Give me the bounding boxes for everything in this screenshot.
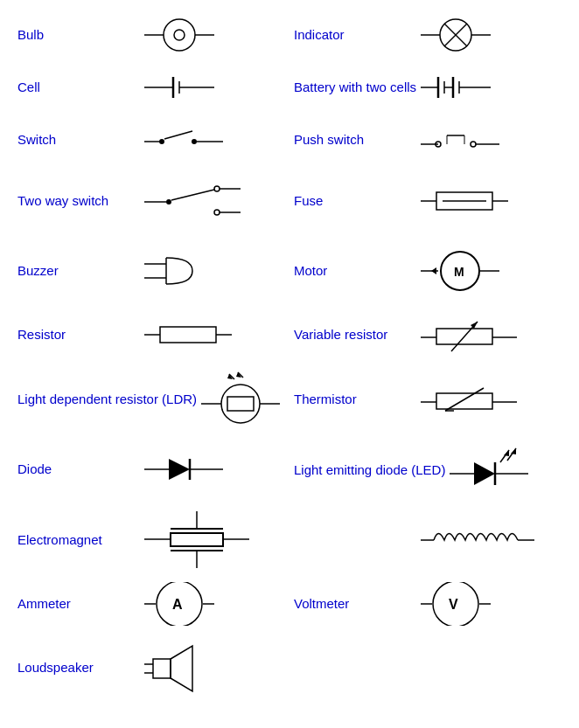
two-way-switch-label: Two way switch bbox=[17, 192, 140, 210]
two-way-switch-symbol bbox=[144, 177, 241, 225]
cell-label: Cell bbox=[17, 79, 140, 96]
switch-symbol bbox=[144, 122, 223, 157]
inductor-item bbox=[290, 504, 566, 575]
svg-marker-73 bbox=[169, 459, 190, 480]
push-switch-symbol bbox=[421, 122, 499, 157]
voltmeter-label: Voltmeter bbox=[294, 595, 416, 613]
svg-point-21 bbox=[159, 139, 164, 144]
svg-point-3 bbox=[174, 30, 185, 40]
resistor-symbol bbox=[144, 317, 232, 352]
led-item: Light emitting diode (LED) bbox=[290, 434, 566, 504]
push-switch-label: Push switch bbox=[294, 131, 416, 149]
ldr-item: Light dependent resistor (LDR) bbox=[13, 364, 290, 434]
svg-rect-60 bbox=[227, 397, 254, 411]
loudspeaker-label: Loudspeaker bbox=[17, 659, 140, 676]
svg-rect-52 bbox=[160, 327, 216, 343]
ldr-label: Light dependent resistor (LDR) bbox=[17, 391, 197, 408]
push-switch-item: Push switch bbox=[290, 114, 566, 166]
symbols-grid: Bulb Indicator bbox=[13, 9, 566, 703]
buzzer-label: Buzzer bbox=[17, 262, 140, 280]
indicator-symbol bbox=[421, 17, 491, 52]
variable-resistor-symbol bbox=[421, 313, 517, 357]
cell-symbol bbox=[144, 70, 214, 105]
svg-marker-102 bbox=[171, 646, 192, 691]
empty-item bbox=[290, 633, 566, 703]
ldr-symbol bbox=[201, 371, 280, 427]
svg-line-34 bbox=[171, 190, 214, 200]
led-symbol bbox=[450, 443, 528, 496]
ammeter-symbol: A bbox=[144, 582, 214, 626]
inductor-symbol bbox=[421, 523, 534, 558]
variable-resistor-item: Variable resistor bbox=[290, 306, 566, 364]
two-way-switch-item: Two way switch bbox=[13, 166, 290, 236]
variable-resistor-label: Variable resistor bbox=[294, 326, 416, 343]
battery-label: Battery with two cells bbox=[294, 79, 416, 96]
voltmeter-item: Voltmeter V bbox=[290, 575, 566, 633]
svg-point-37 bbox=[214, 210, 220, 215]
svg-point-23 bbox=[192, 139, 197, 144]
loudspeaker-item: Loudspeaker bbox=[13, 633, 290, 703]
motor-symbol: M bbox=[421, 249, 499, 293]
buzzer-symbol bbox=[144, 249, 206, 293]
svg-marker-81 bbox=[504, 450, 509, 456]
diode-symbol bbox=[144, 452, 223, 487]
bulb-item: Bulb bbox=[13, 9, 290, 61]
electromagnet-item: Electromagnet bbox=[13, 504, 290, 575]
indicator-item: Indicator bbox=[290, 9, 566, 61]
motor-label: Motor bbox=[294, 262, 416, 280]
thermistor-label: Thermistor bbox=[294, 391, 416, 408]
buzzer-item: Buzzer bbox=[13, 236, 290, 306]
fuse-item: Fuse bbox=[290, 166, 566, 236]
thermistor-item: Thermistor bbox=[290, 364, 566, 434]
switch-item: Switch bbox=[13, 114, 290, 166]
svg-text:A: A bbox=[172, 597, 183, 612]
loudspeaker-symbol bbox=[144, 641, 206, 694]
fuse-symbol bbox=[421, 184, 508, 218]
motor-item: Motor M bbox=[290, 236, 566, 306]
battery-symbol bbox=[421, 70, 491, 105]
ammeter-label: Ammeter bbox=[17, 595, 140, 613]
svg-marker-77 bbox=[474, 462, 495, 485]
svg-rect-101 bbox=[153, 659, 171, 678]
bulb-symbol bbox=[144, 17, 214, 52]
battery-two-cells-item: Battery with two cells bbox=[290, 61, 566, 114]
electromagnet-label: Electromagnet bbox=[17, 531, 140, 549]
ammeter-item: Ammeter A bbox=[13, 575, 290, 633]
resistor-item: Resistor bbox=[13, 306, 290, 364]
indicator-label: Indicator bbox=[294, 26, 416, 44]
fuse-label: Fuse bbox=[294, 192, 416, 210]
svg-line-22 bbox=[164, 131, 192, 139]
svg-point-1 bbox=[164, 19, 195, 51]
switch-label: Switch bbox=[17, 131, 140, 149]
svg-text:M: M bbox=[454, 265, 464, 279]
svg-point-32 bbox=[166, 199, 171, 205]
led-label: Light emitting diode (LED) bbox=[294, 461, 445, 479]
svg-line-70 bbox=[445, 388, 484, 411]
svg-rect-68 bbox=[436, 393, 492, 409]
diode-item: Diode bbox=[13, 434, 290, 504]
svg-rect-84 bbox=[171, 533, 223, 546]
resistor-label: Resistor bbox=[17, 326, 140, 343]
electromagnet-symbol bbox=[144, 511, 249, 568]
svg-text:V: V bbox=[449, 597, 458, 612]
thermistor-symbol bbox=[421, 378, 517, 421]
svg-marker-83 bbox=[511, 448, 516, 454]
cell-item: Cell bbox=[13, 61, 290, 114]
svg-point-35 bbox=[214, 186, 220, 191]
svg-marker-50 bbox=[431, 267, 436, 274]
diode-label: Diode bbox=[17, 461, 140, 478]
bulb-label: Bulb bbox=[17, 26, 140, 44]
svg-point-27 bbox=[471, 142, 476, 147]
voltmeter-symbol: V bbox=[421, 582, 491, 626]
